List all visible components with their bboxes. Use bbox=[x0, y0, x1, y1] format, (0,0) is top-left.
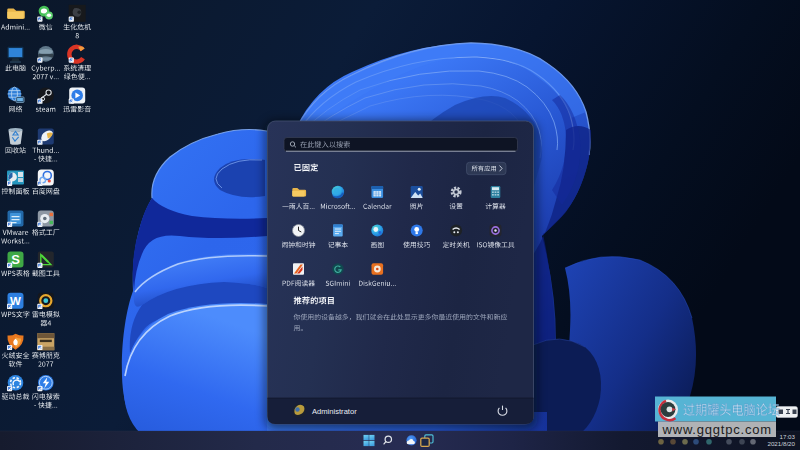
svg-text:S: S bbox=[11, 252, 20, 267]
svg-text:www.gqgtpc.com: www.gqgtpc.com bbox=[662, 422, 772, 437]
svg-text:2021/8/20: 2021/8/20 bbox=[767, 440, 795, 447]
svg-text:Administrator: Administrator bbox=[312, 407, 357, 416]
svg-text:17:03: 17:03 bbox=[780, 433, 796, 440]
